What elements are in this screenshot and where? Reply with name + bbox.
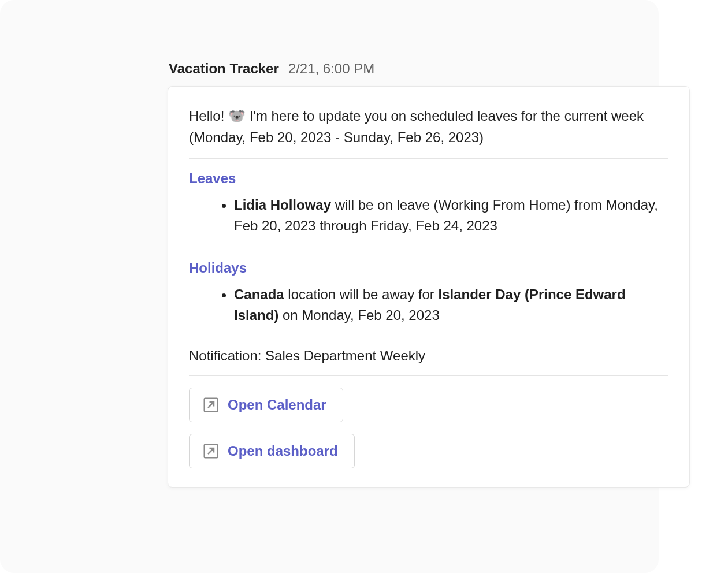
message-header: Vacation Tracker 2/21, 6:00 PM [168,61,690,77]
open-dashboard-button[interactable]: Open dashboard [189,434,355,468]
button-label: Open Calendar [228,397,326,413]
holiday-mid-text: location will be away for [284,286,439,302]
leaves-list: Lidia Holloway will be on leave (Working… [189,195,668,248]
holidays-list: Canada location will be away for Islande… [189,284,668,337]
message-card: Hello! 🐨 I'm here to update you on sched… [168,86,690,488]
svg-line-3 [208,448,214,454]
leaves-heading: Leaves [189,159,668,195]
holidays-heading: Holidays [189,248,668,284]
list-item: Canada location will be away for Islande… [234,284,664,326]
notification-label: Notification: Sales Department Weekly [189,337,668,375]
holiday-rest-text: on Monday, Feb 20, 2023 [278,307,439,323]
leave-person-name: Lidia Holloway [234,197,331,213]
holiday-location: Canada [234,286,284,302]
open-calendar-button[interactable]: Open Calendar [189,388,343,422]
svg-line-1 [208,402,214,408]
list-item: Lidia Holloway will be on leave (Working… [234,195,664,236]
intro-prefix: Hello! [189,108,228,124]
message-timestamp: 2/21, 6:00 PM [288,61,374,77]
intro-suffix: I'm here to update you on scheduled leav… [189,108,644,145]
action-buttons: Open Calendar Open dashboard [189,376,668,468]
sender-name: Vacation Tracker [169,61,279,77]
open-external-icon [202,396,220,414]
bot-message: Vacation Tracker 2/21, 6:00 PM Hello! 🐨 … [168,61,690,488]
intro-text: Hello! 🐨 I'm here to update you on sched… [189,105,668,158]
button-label: Open dashboard [228,443,338,459]
intro-emoji: 🐨 [228,108,246,124]
open-external-icon [202,442,220,460]
